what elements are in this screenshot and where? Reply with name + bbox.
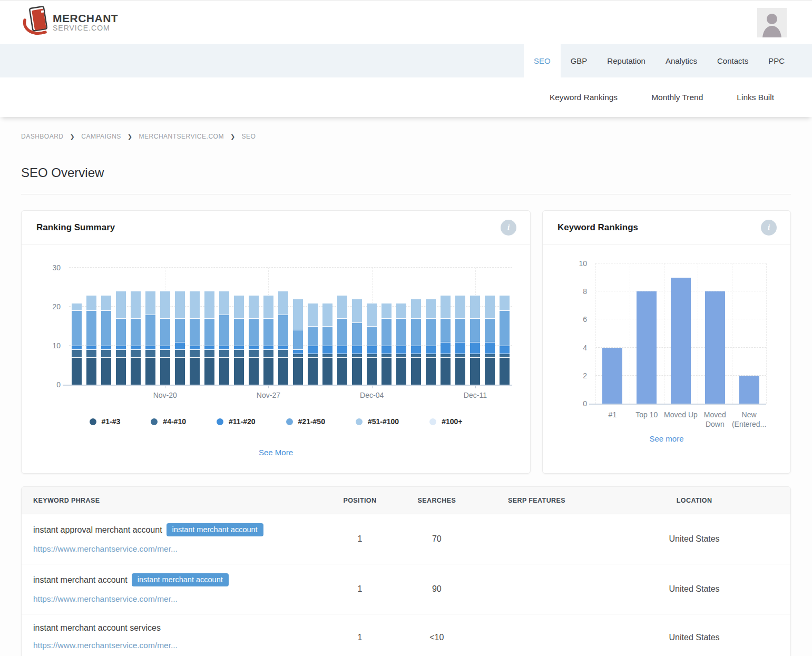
stacked-bar [322,303,332,385]
info-icon[interactable]: i [501,220,516,236]
table-row: instant merchant account services https:… [22,614,790,656]
bar-segment [234,349,244,357]
bar-segment [293,357,303,385]
stacked-bar [204,291,214,385]
bar-segment [86,346,96,349]
table-row: instant merchant account instant merchan… [22,564,790,614]
searches-value: <10 [398,633,475,642]
bar-segment [101,346,111,349]
bar-segment [337,318,347,346]
nav-tab-contacts[interactable]: Contacts [707,44,758,77]
location-value: United States [598,584,790,594]
position-value: 1 [321,584,398,594]
y-axis-tick-label: 4 [571,344,587,352]
stacked-bar [145,291,155,385]
x-axis-tick-label: Dec-11 [464,391,487,399]
legend-dot-icon [286,418,293,425]
keyword-phrase: instant merchant account services [33,623,161,633]
column-header-serp-features: SERP FEATURES [475,497,598,504]
bar-segment [455,342,465,354]
keyword-rankings-see-more-link[interactable]: See more [561,434,772,443]
y-axis-tick-label: 0 [45,380,61,389]
main-nav: SEOGBPReputationAnalyticsContactsPPC [0,44,812,77]
keyword-phrase: instant approval merchant account [33,525,162,535]
stacked-bar [455,295,465,385]
bar-segment [411,318,421,346]
result-url-link[interactable]: https://www.merchantservice.com/mer... [33,544,178,554]
stacked-bar [249,295,259,385]
bar-segment [72,303,82,311]
ranking-summary-title: Ranking Summary [36,222,115,233]
info-icon[interactable]: i [761,220,777,236]
bar-segment [249,346,259,349]
subnav-item-links-built[interactable]: Links Built [720,93,791,102]
stacked-bar [278,291,288,385]
breadcrumb-item-dashboard[interactable]: DASHBOARD [21,133,64,140]
bar-segment [278,349,288,357]
nav-tab-gbp[interactable]: GBP [561,44,598,77]
bar-segment [204,357,214,385]
merchantservice-logo[interactable]: MERCHANT SERVICE.COM [21,6,118,40]
stacked-bar [116,291,126,385]
bar-segment [249,349,259,357]
breadcrumb-separator-icon: ❯ [70,133,75,140]
bars-layer [69,268,512,385]
nav-tab-reputation[interactable]: Reputation [597,44,656,77]
user-avatar[interactable] [757,8,787,37]
bar-segment [426,354,436,357]
breadcrumb-item-campaigns[interactable]: CAMPAIGNS [81,133,121,140]
bar-moved-down [705,291,725,404]
stacked-bar [131,291,141,385]
bar-segment [381,318,392,346]
x-axis-tick-label: Nov-27 [257,391,280,399]
stacked-bar [470,295,480,385]
bar-segment [175,291,185,318]
subnav-item-monthly-trend[interactable]: Monthly Trend [634,93,720,102]
y-axis-tick-label: 2 [571,371,587,380]
nav-tab-ppc[interactable]: PPC [758,44,795,77]
result-url-link[interactable]: https://www.merchantservice.com/mer... [33,641,178,650]
legend-label: #4-#10 [163,417,186,426]
bar-segment [411,357,421,385]
bar-segment [470,318,480,341]
subnav-item-keyword-rankings[interactable]: Keyword Rankings [533,93,634,102]
stacked-bar [500,295,510,385]
bar-segment [145,349,155,357]
bar-segment [72,357,82,385]
keyword-rankings-plot: 0246810#1Top 10Moved UpMoved DownNew (En… [595,263,766,404]
bar-segment [160,349,170,357]
bar-segment [426,318,436,346]
nav-tab-seo[interactable]: SEO [524,44,561,77]
bar-segment [367,346,377,354]
bar-segment [293,299,303,330]
sub-nav: Keyword RankingsMonthly TrendLinks Built [0,77,812,117]
nav-tab-analytics[interactable]: Analytics [656,44,707,77]
bar-segment [352,354,362,357]
ranking-summary-see-more-link[interactable]: See More [40,448,512,457]
bar-segment [234,295,244,318]
breadcrumb-item-merchantservice-com[interactable]: MERCHANTSERVICE.COM [139,133,224,140]
bar-segment [72,346,82,349]
bar-segment [455,295,465,318]
bar-segment [116,357,126,385]
bar-segment [411,299,421,318]
column-header-keyword-phrase: KEYWORD PHRASE [22,497,321,504]
legend-item-51-100: #51-#100 [356,417,399,426]
bar-segment [234,346,244,349]
stacked-bar [396,303,406,385]
breadcrumb-item-seo[interactable]: SEO [242,133,256,140]
table-body: instant approval merchant account instan… [22,514,790,656]
result-url-link[interactable]: https://www.merchantservice.com/mer... [33,594,178,604]
ranking-summary-header: Ranking Summary i [22,211,530,244]
gridline [595,263,596,404]
bar-segment [500,354,510,357]
bar-segment [86,295,96,311]
bar-segment [278,291,288,314]
bar-segment [145,346,155,349]
keyword-rankings-chart: 0246810#1Top 10Moved UpMoved DownNew (En… [543,263,790,443]
bar-segment [293,349,303,353]
page-title: SEO Overview [21,165,791,180]
logo-line1: MERCHANT [53,13,118,24]
chart-legend: #1-#3#4-#10#11-#20#21-#50#51-#100#100+ [40,417,512,426]
bar-segment [352,357,362,385]
